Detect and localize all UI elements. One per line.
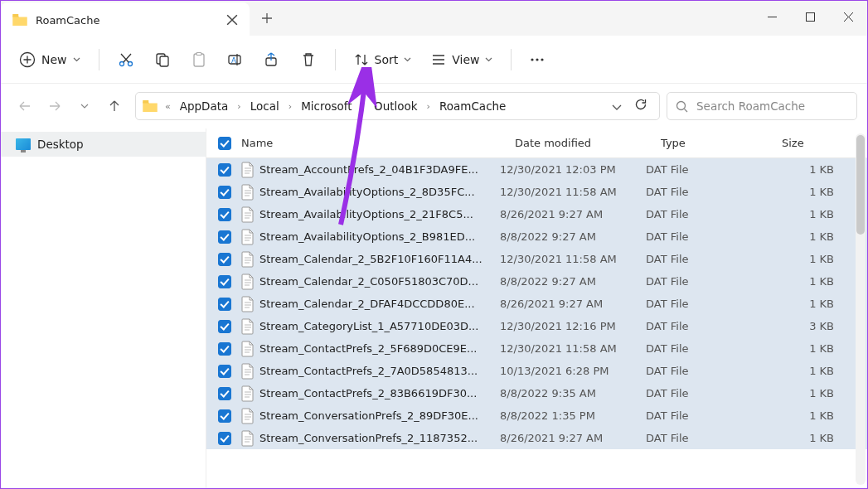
svg-marker-16 [143,102,158,112]
select-all-checkbox[interactable] [218,137,231,150]
table-row[interactable]: Stream_ConversationPrefs_2_1187352...8/2… [206,427,867,449]
file-date: 8/8/2022 9:27 AM [500,275,646,288]
overflow-chevron[interactable]: « [162,101,174,112]
file-type: DAT File [646,298,767,310]
svg-text:A: A [231,56,237,64]
table-row[interactable]: Stream_ContactPrefs_2_7A0D5854813...10/1… [206,360,867,382]
paste-button[interactable] [182,46,216,73]
breadcrumb-item[interactable]: Outlook [372,97,419,115]
new-tab-button[interactable] [250,1,284,36]
svg-point-13 [531,58,534,61]
svg-rect-9 [196,52,201,55]
row-checkbox[interactable] [218,342,231,356]
sidebar-item-desktop[interactable]: Desktop [1,132,206,157]
ellipsis-icon [530,57,545,62]
column-size[interactable]: Size [782,137,867,149]
table-row[interactable]: Stream_ContactPrefs_2_83B6619DF30...8/8/… [206,382,867,404]
file-size: 1 KB [767,432,867,444]
arrow-up-icon [108,99,121,113]
cut-button[interactable] [109,46,143,73]
row-checkbox[interactable] [218,275,231,288]
breadcrumb-item[interactable]: Local [249,97,281,115]
file-icon [241,184,255,201]
delete-button[interactable] [292,46,325,73]
new-button[interactable]: New [11,46,89,73]
breadcrumb-item[interactable]: RoamCache [438,97,507,115]
rename-button[interactable]: A [219,46,252,73]
recent-dropdown[interactable] [70,92,99,120]
more-button[interactable] [521,52,553,67]
table-row[interactable]: Stream_Calendar_2_5B2F10F160F11A4...12/3… [206,248,867,270]
file-icon [241,318,255,335]
file-size: 1 KB [767,163,867,176]
chevron-right-icon: › [358,101,368,112]
svg-rect-8 [194,54,204,66]
row-checkbox[interactable] [218,298,231,311]
minimize-button[interactable] [753,1,791,32]
row-checkbox[interactable] [218,432,231,445]
file-icon [241,229,255,245]
file-type: DAT File [646,230,767,243]
row-checkbox[interactable] [218,208,231,221]
file-name: Stream_ContactPrefs_2_7A0D5854813... [259,365,500,377]
plus-icon [261,12,273,24]
share-button[interactable] [255,46,289,73]
scrollbar-thumb[interactable] [856,135,865,235]
back-button[interactable] [11,92,39,120]
svg-marker-0 [12,16,27,26]
svg-rect-17 [143,100,148,104]
forward-button[interactable] [41,92,69,120]
row-checkbox[interactable] [218,365,231,378]
row-checkbox[interactable] [218,320,231,333]
chevron-down-icon [485,57,492,62]
table-row[interactable]: Stream_Calendar_2_DFAF4DCCDD80E...8/26/2… [206,293,867,315]
maximize-button[interactable] [791,1,829,32]
address-dropdown[interactable] [609,95,625,118]
file-size: 1 KB [767,387,867,399]
table-row[interactable]: Stream_CategoryList_1_A57710DE03D...12/3… [206,315,867,337]
table-row[interactable]: Stream_ConversationPrefs_2_89DF30E...8/8… [206,404,867,427]
column-type[interactable]: Type [661,137,782,149]
file-list: Name Date modified Type Size Stream_Acco… [206,128,867,489]
plus-circle-icon [19,51,36,68]
row-checkbox[interactable] [218,387,231,400]
file-date: 8/26/2021 9:27 AM [500,432,646,444]
table-row[interactable]: Stream_AvailabilityOptions_2_B981ED...8/… [206,225,867,248]
breadcrumb-item[interactable]: Microsoft [299,97,353,115]
tab-close-icon[interactable] [226,14,238,26]
table-row[interactable]: Stream_ContactPrefs_2_5F689D0CE9E...12/3… [206,337,867,360]
up-button[interactable] [100,92,129,120]
column-date[interactable]: Date modified [515,137,661,149]
copy-icon [154,51,171,68]
search-box[interactable] [667,92,857,120]
file-type: DAT File [646,342,767,355]
close-button[interactable] [829,1,867,32]
file-type: DAT File [646,432,767,444]
file-date: 12/30/2021 12:03 PM [500,163,646,176]
table-row[interactable]: Stream_AccountPrefs_2_04B1F3DA9FE...12/3… [206,158,867,181]
view-button[interactable]: View [423,47,501,72]
sidebar: Desktop [1,128,206,489]
file-name: Stream_AccountPrefs_2_04B1F3DA9FE... [259,163,500,176]
row-checkbox[interactable] [218,409,231,423]
address-bar[interactable]: « AppData › Local › Microsoft › Outlook … [135,92,660,120]
refresh-button[interactable] [629,94,652,118]
svg-rect-2 [806,12,814,21]
table-row[interactable]: Stream_AvailabilityOptions_2_8D35FC...12… [206,181,867,203]
row-checkbox[interactable] [218,230,231,244]
copy-button[interactable] [146,46,179,73]
column-name[interactable]: Name [241,137,515,149]
search-input[interactable] [696,99,848,113]
row-checkbox[interactable] [218,186,231,199]
sort-icon [354,52,369,67]
active-tab[interactable]: RoamCache [1,2,250,37]
breadcrumb-item[interactable]: AppData [178,97,230,115]
sort-button[interactable]: Sort [346,47,420,72]
scrollbar[interactable] [856,133,866,485]
row-checkbox[interactable] [218,163,231,177]
file-date: 12/30/2021 11:58 AM [500,253,646,265]
table-row[interactable]: Stream_Calendar_2_C050F51803C70D...8/8/2… [206,270,867,293]
file-name: Stream_AvailabilityOptions_2_8D35FC... [259,186,500,198]
table-row[interactable]: Stream_AvailabilityOptions_2_21F8C5...8/… [206,203,867,225]
row-checkbox[interactable] [218,253,231,266]
